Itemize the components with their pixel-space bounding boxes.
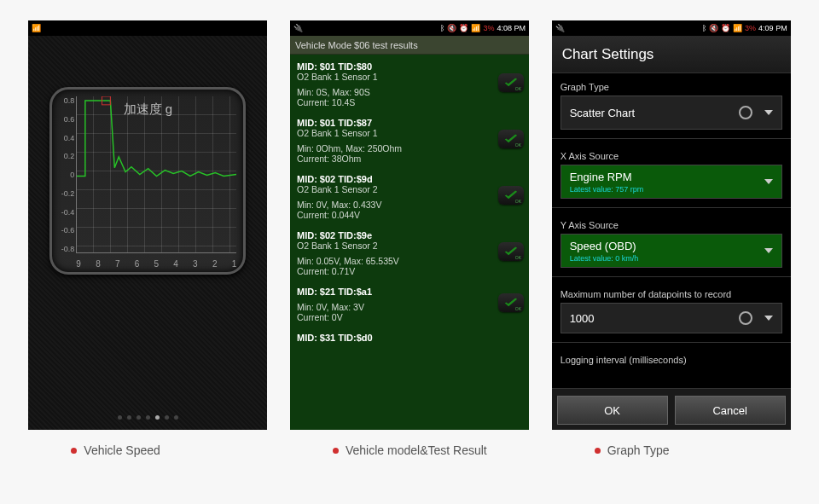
radio-icon — [739, 106, 752, 119]
obd-icon: 📶 — [32, 24, 40, 32]
dialog-buttons: OK Cancel — [552, 388, 791, 430]
page-indicator[interactable] — [28, 415, 267, 420]
clock: 4:09 PM — [758, 24, 787, 32]
cancel-button[interactable]: Cancel — [675, 396, 786, 425]
screen-title: Vehicle Mode $06 test results — [290, 36, 529, 55]
x-latest-value: Latest value: 757 rpm — [570, 185, 773, 194]
sensor-name: O2 Bank 1 Sensor 1 — [297, 72, 522, 82]
ok-badge: OK — [498, 186, 524, 205]
caption-3: Graph Type — [552, 443, 791, 457]
test-result-item[interactable]: MID: $01 TID:$80O2 Bank 1 Sensor 1Min: 0… — [290, 55, 529, 111]
current-text: Current: 0.044V — [297, 210, 522, 220]
bluetooth-icon: ᛒ — [440, 24, 444, 32]
acceleration-line — [77, 101, 236, 177]
alarm-icon: ⏰ — [459, 24, 468, 32]
current-text: Current: 0V — [297, 312, 522, 322]
current-text: Current: 0.71V — [297, 266, 522, 276]
sensor-name: O2 Bank 1 Sensor 2 — [297, 184, 522, 194]
phone-test-results: 🔌 ᛒ 🔇 ⏰ 📶 3% 4:08 PM Vehicle Mode $06 te… — [290, 20, 529, 430]
mute-icon: 🔇 — [709, 24, 718, 32]
obd-icon: 🔌 — [293, 24, 303, 32]
mid-tid: MID: $02 TID:$9e — [297, 230, 522, 240]
battery-percent: 3% — [483, 24, 494, 32]
chevron-down-icon — [764, 110, 773, 115]
graph-type-select[interactable]: Scatter Chart — [561, 96, 782, 130]
mute-icon: 🔇 — [447, 24, 456, 32]
interval-label: Logging interval (milliseconds) — [561, 355, 782, 365]
chevron-down-icon — [764, 316, 773, 321]
caption-2: Vehicle model&Test Result — [290, 443, 529, 457]
bluetooth-icon: ᛒ — [702, 24, 706, 32]
ok-badge: OK — [498, 73, 524, 92]
sensor-name: O2 Bank 1 Sensor 2 — [297, 240, 522, 251]
max-datapoints-label: Maximum number of datapoints to record — [561, 289, 782, 299]
ok-badge: OK — [498, 242, 524, 261]
range-text: Min: 0V, Max: 0.433V — [297, 200, 522, 210]
chevron-down-icon — [764, 179, 773, 184]
obd-icon: 🔌 — [555, 24, 565, 32]
test-result-item[interactable]: MID: $01 TID:$87O2 Bank 1 Sensor 1Min: 0… — [290, 111, 529, 167]
chart-screen: 加速度 g 0.8 0.6 0.4 0.2 0 -0.2 -0.4 -0.6 -… — [28, 36, 267, 430]
y-axis-select[interactable]: Speed (OBD) Latest value: 0 km/h — [561, 234, 782, 268]
clock: 4:08 PM — [497, 24, 526, 32]
ok-badge: OK — [498, 130, 524, 148]
max-datapoints-input[interactable]: 1000 — [561, 303, 782, 333]
chart-frame: 加速度 g 0.8 0.6 0.4 0.2 0 -0.2 -0.4 -0.6 -… — [49, 87, 246, 275]
mid-tid: MID: $31 TID:$d0 — [297, 333, 522, 343]
x-axis-label: X Axis Source — [561, 151, 782, 161]
ok-button[interactable]: OK — [557, 396, 668, 425]
dialog-title: Chart Settings — [552, 36, 791, 73]
phone-vehicle-speed: 📶 加速度 g 0.8 0.6 0.4 0.2 0 -0.2 -0.4 -0.6… — [28, 20, 267, 430]
status-bar: 📶 — [28, 20, 267, 36]
sensor-name: O2 Bank 1 Sensor 1 — [297, 128, 522, 138]
mid-tid: MID: $02 TID:$9d — [297, 174, 522, 184]
range-text: Min: 0V, Max: 3V — [297, 302, 522, 312]
captions-row: Vehicle Speed Vehicle model&Test Result … — [0, 435, 819, 474]
current-text: Current: 10.4S — [297, 97, 522, 107]
range-text: Min: 0S, Max: 90S — [297, 87, 522, 97]
chart-plot-area — [76, 96, 236, 253]
graph-type-label: Graph Type — [561, 82, 782, 92]
y-axis-labels: 0.8 0.6 0.4 0.2 0 -0.2 -0.4 -0.6 -0.8 — [54, 96, 74, 253]
test-result-item[interactable]: MID: $31 TID:$d0 — [290, 326, 529, 346]
test-results-list[interactable]: MID: $01 TID:$80O2 Bank 1 Sensor 1Min: 0… — [290, 55, 529, 430]
x-axis-select[interactable]: Engine RPM Latest value: 757 rpm — [561, 165, 782, 199]
status-bar: 🔌 ᛒ 🔇 ⏰ 📶 3% 4:09 PM — [552, 20, 791, 36]
mid-tid: MID: $01 TID:$87 — [297, 118, 522, 128]
battery-percent: 3% — [745, 24, 756, 32]
range-text: Min: 0.05V, Max: 65.535V — [297, 256, 522, 266]
ok-badge: OK — [498, 293, 524, 312]
signal-icon: 📶 — [733, 24, 742, 32]
caption-1: Vehicle Speed — [28, 443, 267, 457]
status-bar: 🔌 ᛒ 🔇 ⏰ 📶 3% 4:08 PM — [290, 20, 529, 36]
x-axis-labels: 9 8 7 6 5 4 3 2 1 — [76, 259, 236, 269]
signal-icon: 📶 — [471, 24, 480, 32]
mid-tid: MID: $01 TID:$80 — [297, 61, 522, 72]
test-result-item[interactable]: MID: $21 TID:$a1Min: 0V, Max: 3VCurrent:… — [290, 280, 529, 326]
y-latest-value: Latest value: 0 km/h — [570, 254, 773, 263]
current-text: Current: 38Ohm — [297, 154, 522, 164]
phone-chart-settings: 🔌 ᛒ 🔇 ⏰ 📶 3% 4:09 PM Chart Settings Grap… — [552, 20, 791, 430]
test-result-item[interactable]: MID: $02 TID:$9dO2 Bank 1 Sensor 2Min: 0… — [290, 167, 529, 223]
test-result-item[interactable]: MID: $02 TID:$9eO2 Bank 1 Sensor 2Min: 0… — [290, 223, 529, 280]
radio-icon — [739, 311, 752, 325]
alarm-icon: ⏰ — [721, 24, 730, 32]
chevron-down-icon — [764, 248, 773, 253]
y-axis-label: Y Axis Source — [561, 220, 782, 230]
range-text: Min: 0Ohm, Max: 250Ohm — [297, 143, 522, 154]
mid-tid: MID: $21 TID:$a1 — [297, 287, 522, 297]
